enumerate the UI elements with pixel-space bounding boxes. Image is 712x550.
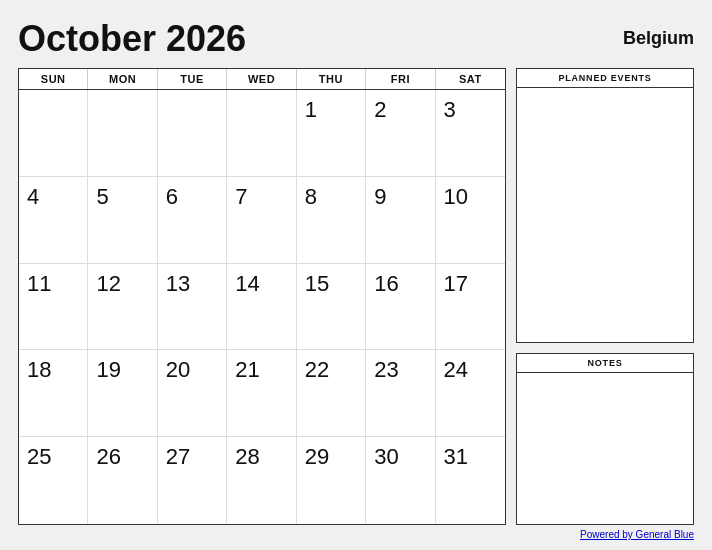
calendar-day-16: 16 <box>366 264 435 351</box>
notes-label: NOTES <box>517 354 693 373</box>
calendar-day-5: 5 <box>88 177 157 264</box>
calendar-day-7: 7 <box>227 177 296 264</box>
calendar-day-9: 9 <box>366 177 435 264</box>
day-number: 14 <box>235 272 289 296</box>
day-number: 6 <box>166 185 220 209</box>
calendar-day-11: 11 <box>19 264 88 351</box>
calendar-day-22: 22 <box>297 350 366 437</box>
day-number: 26 <box>96 445 150 469</box>
calendar-day-8: 8 <box>297 177 366 264</box>
calendar-day-29: 29 <box>297 437 366 524</box>
calendar-day-26: 26 <box>88 437 157 524</box>
calendar-day-30: 30 <box>366 437 435 524</box>
calendar-day-23: 23 <box>366 350 435 437</box>
day-number: 9 <box>374 185 428 209</box>
calendar-day-10: 10 <box>436 177 505 264</box>
notes-box: NOTES <box>516 353 694 525</box>
day-number: 12 <box>96 272 150 296</box>
day-number: 7 <box>235 185 289 209</box>
calendar-empty-cell <box>158 90 227 177</box>
day-header-thu: THU <box>297 69 366 89</box>
footer: Powered by General Blue <box>18 529 694 540</box>
day-number: 8 <box>305 185 359 209</box>
day-number: 24 <box>444 358 499 382</box>
calendar-day-31: 31 <box>436 437 505 524</box>
day-number: 16 <box>374 272 428 296</box>
powered-by-link[interactable]: Powered by General Blue <box>580 529 694 540</box>
day-header-tue: TUE <box>158 69 227 89</box>
day-number: 5 <box>96 185 150 209</box>
header: October 2026 Belgium <box>18 18 694 60</box>
day-header-fri: FRI <box>366 69 435 89</box>
sidebar: PLANNED EVENTS NOTES <box>516 68 694 525</box>
calendar-day-12: 12 <box>88 264 157 351</box>
main-area: SUNMONTUEWEDTHUFRISAT 123456789101112131… <box>18 68 694 525</box>
calendar-day-1: 1 <box>297 90 366 177</box>
day-number: 23 <box>374 358 428 382</box>
day-number: 15 <box>305 272 359 296</box>
calendar-day-21: 21 <box>227 350 296 437</box>
day-number: 2 <box>374 98 428 122</box>
planned-events-label: PLANNED EVENTS <box>517 69 693 88</box>
calendar-day-4: 4 <box>19 177 88 264</box>
day-number: 18 <box>27 358 81 382</box>
notes-content <box>517 373 693 524</box>
calendar-day-27: 27 <box>158 437 227 524</box>
day-number: 21 <box>235 358 289 382</box>
day-number: 1 <box>305 98 359 122</box>
day-number: 20 <box>166 358 220 382</box>
calendar-day-3: 3 <box>436 90 505 177</box>
calendar-day-2: 2 <box>366 90 435 177</box>
country-label: Belgium <box>623 28 694 49</box>
calendar-grid: 1234567891011121314151617181920212223242… <box>19 90 505 524</box>
calendar-day-13: 13 <box>158 264 227 351</box>
calendar-day-17: 17 <box>436 264 505 351</box>
calendar-day-20: 20 <box>158 350 227 437</box>
calendar-day-15: 15 <box>297 264 366 351</box>
day-number: 25 <box>27 445 81 469</box>
day-header-wed: WED <box>227 69 296 89</box>
day-number: 17 <box>444 272 499 296</box>
planned-events-box: PLANNED EVENTS <box>516 68 694 343</box>
calendar-day-6: 6 <box>158 177 227 264</box>
day-number: 31 <box>444 445 499 469</box>
day-header-sun: SUN <box>19 69 88 89</box>
day-number: 29 <box>305 445 359 469</box>
calendar-day-19: 19 <box>88 350 157 437</box>
day-number: 27 <box>166 445 220 469</box>
day-headers: SUNMONTUEWEDTHUFRISAT <box>19 69 505 90</box>
calendar-empty-cell <box>19 90 88 177</box>
day-number: 28 <box>235 445 289 469</box>
planned-events-content <box>517 88 693 342</box>
calendar-section: SUNMONTUEWEDTHUFRISAT 123456789101112131… <box>18 68 506 525</box>
calendar-page: October 2026 Belgium SUNMONTUEWEDTHUFRIS… <box>0 0 712 550</box>
day-number: 30 <box>374 445 428 469</box>
day-number: 11 <box>27 272 81 296</box>
day-number: 22 <box>305 358 359 382</box>
day-header-mon: MON <box>88 69 157 89</box>
day-header-sat: SAT <box>436 69 505 89</box>
calendar-day-14: 14 <box>227 264 296 351</box>
day-number: 19 <box>96 358 150 382</box>
calendar-empty-cell <box>227 90 296 177</box>
calendar-day-24: 24 <box>436 350 505 437</box>
day-number: 4 <box>27 185 81 209</box>
calendar-day-18: 18 <box>19 350 88 437</box>
page-title: October 2026 <box>18 18 246 60</box>
day-number: 13 <box>166 272 220 296</box>
day-number: 10 <box>444 185 499 209</box>
calendar-empty-cell <box>88 90 157 177</box>
calendar-day-25: 25 <box>19 437 88 524</box>
day-number: 3 <box>444 98 499 122</box>
calendar-day-28: 28 <box>227 437 296 524</box>
